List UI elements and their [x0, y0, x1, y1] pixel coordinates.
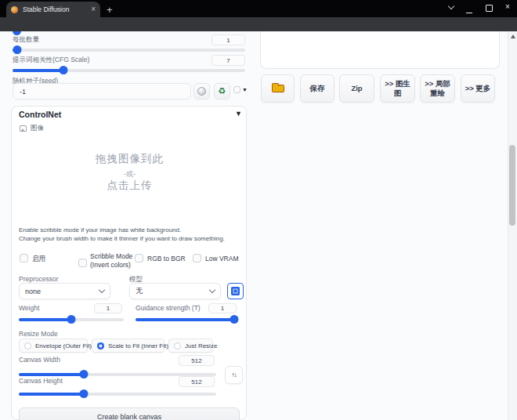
dropzone-line3: 点击上传: [12, 179, 248, 193]
model-value: 无: [136, 286, 143, 296]
seed-extra-caret-icon[interactable]: ▼: [242, 87, 248, 93]
cfg-scale-input[interactable]: [212, 55, 245, 66]
preprocessor-label: Preprocessor: [19, 275, 59, 283]
low-vram-checkbox[interactable]: [193, 254, 201, 262]
seed-input[interactable]: [13, 83, 191, 100]
scribble-mode-label2: (Invert colors): [90, 261, 131, 269]
low-vram-label: Low VRAM: [205, 255, 239, 262]
slider-track[interactable]: [13, 69, 245, 72]
radio-selected-icon: [97, 342, 104, 349]
canvas-width-label: Canvas Width: [19, 356, 60, 364]
weight-label: Weight: [19, 304, 39, 312]
enable-checkbox-label: 启用: [32, 255, 45, 264]
enable-checkbox[interactable]: [20, 254, 28, 262]
random-seed-button[interactable]: [193, 83, 210, 100]
send-to-inpaint-button[interactable]: >> 局部重绘: [420, 74, 455, 103]
chevron-down-icon: [99, 287, 105, 293]
radio-label: Envelope (Outer Fit): [35, 342, 92, 349]
browser-tab-bar: Stable Diffusion × + ×: [0, 0, 517, 17]
slider-knob[interactable]: [60, 66, 68, 74]
folder-icon: [272, 85, 284, 92]
preprocessor-value: none: [25, 288, 41, 295]
slider-knob[interactable]: [80, 370, 89, 378]
controlnet-image-label: 图像: [31, 124, 44, 133]
chevron-down-icon: [209, 287, 215, 293]
scribble-hint-line2: Change your brush width to make it thinn…: [19, 235, 225, 242]
rgb-to-bgr-label: RGB to BGR: [147, 255, 186, 262]
browser-toolbar: ← → ↻ i 127.0.0.1:8081 ☆ IA ✕ ⋮: [0, 17, 517, 31]
new-tab-button[interactable]: +: [107, 5, 113, 15]
zip-button[interactable]: Zip: [339, 74, 374, 103]
swap-dimensions-button[interactable]: ↑↓: [225, 366, 243, 384]
window-maximize-button[interactable]: [483, 5, 494, 14]
scribble-hint-line1: Enable scribble mode if your image has w…: [19, 226, 181, 234]
radio-label: Just Resize: [185, 342, 217, 349]
controlnet-title: ControlNet: [19, 110, 61, 119]
resize-option-just-resize[interactable]: Just Resize: [168, 339, 213, 353]
canvas-height-input[interactable]: [179, 376, 215, 387]
refresh-models-button[interactable]: [227, 283, 244, 299]
scrollbar-thumb[interactable]: [509, 145, 515, 226]
page-scrollbar[interactable]: [508, 31, 517, 420]
window-close-button[interactable]: ×: [502, 2, 513, 12]
window-minimize-button[interactable]: [464, 8, 475, 17]
weight-input[interactable]: [94, 303, 122, 313]
resize-option-scale-to-fit[interactable]: Scale to Fit (Inner Fit): [92, 339, 164, 353]
controlnet-collapse-icon[interactable]: ▼: [235, 110, 242, 118]
send-to-img2img-button[interactable]: >> 图生图: [380, 74, 415, 103]
canvas-height-label: Canvas Height: [19, 377, 63, 385]
guidance-strength-slider[interactable]: [136, 315, 237, 324]
swap-arrows-icon: ↑↓: [232, 371, 237, 378]
guidance-strength-label: Guidance strength (T): [136, 304, 201, 312]
send-to-more-button[interactable]: >> 更多: [461, 74, 495, 103]
slider-track[interactable]: [13, 49, 245, 52]
dropzone-line1: 拖拽图像到此: [12, 152, 248, 166]
guidance-strength-input[interactable]: [208, 303, 237, 313]
cfg-scale-label: 提示词相关性(CFG Scale): [13, 56, 89, 65]
radio-icon: [24, 342, 31, 349]
tab-stable-diffusion[interactable]: Stable Diffusion ×: [6, 2, 100, 17]
preprocessor-dropdown[interactable]: none: [19, 283, 110, 299]
model-dropdown[interactable]: 无: [129, 283, 221, 299]
slider-knob[interactable]: [80, 389, 89, 398]
slider-knob[interactable]: [67, 315, 76, 324]
page-content: 每批数量 提示词相关性(CFG Scale) 随机种子(seed) ♻ ▼ Co…: [0, 31, 517, 420]
resize-option-envelope[interactable]: Envelope (Outer Fit): [19, 339, 88, 353]
open-folder-button[interactable]: [261, 74, 295, 103]
slider-knob[interactable]: [230, 315, 239, 324]
slider-knob[interactable]: [13, 45, 21, 54]
slider-track[interactable]: [19, 393, 216, 396]
scrollbar-up-arrow[interactable]: [511, 34, 515, 38]
rgb-to-bgr-checkbox[interactable]: [135, 254, 143, 262]
tab-title: Stable Diffusion: [23, 5, 91, 13]
scribble-mode-label: Scribble Mode: [90, 252, 132, 260]
batch-count-slider[interactable]: [13, 45, 245, 54]
reuse-seed-button[interactable]: ♻: [214, 83, 230, 100]
recycle-icon: ♻: [219, 87, 226, 96]
window-chevron-icon[interactable]: [446, 2, 457, 11]
resize-mode-label: Resize Mode: [19, 330, 58, 338]
create-blank-canvas-button[interactable]: Create blank canvas: [19, 407, 240, 420]
canvas-height-slider[interactable]: [19, 389, 216, 398]
weight-slider[interactable]: [19, 315, 124, 324]
scribble-mode-checkbox[interactable]: [78, 259, 87, 267]
cfg-scale-slider[interactable]: [13, 66, 245, 74]
refresh-icon: [231, 287, 240, 295]
image-icon: [20, 125, 27, 132]
seed-extra-checkbox[interactable]: [233, 86, 240, 93]
radio-icon: [174, 342, 181, 349]
stable-diffusion-favicon: [11, 6, 18, 13]
canvas-width-input[interactable]: [179, 355, 215, 366]
tab-close-icon[interactable]: ×: [91, 5, 96, 13]
save-button[interactable]: 保存: [300, 74, 334, 103]
image-dropzone[interactable]: 拖拽图像到此 -或- 点击上传: [12, 135, 246, 224]
output-gallery: [260, 31, 500, 69]
batch-count-label: 每批数量: [13, 35, 39, 45]
batch-count-input[interactable]: [212, 34, 245, 45]
radio-label: Scale to Fit (Inner Fit): [108, 342, 168, 349]
slider-track[interactable]: [136, 318, 237, 321]
dice-icon: [197, 87, 206, 96]
